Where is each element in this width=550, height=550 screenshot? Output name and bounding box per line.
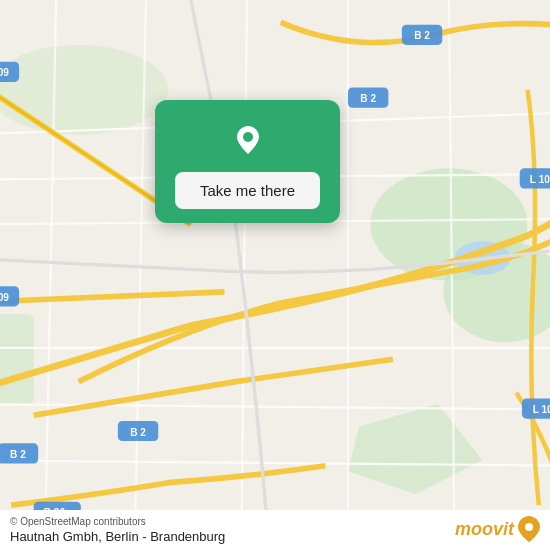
svg-line-19 [0,292,224,303]
svg-text:L 105: L 105 [533,404,550,415]
moovit-brand-text: moovit [455,519,514,540]
take-me-there-button[interactable]: Take me there [175,172,320,209]
svg-point-40 [525,523,533,531]
map-roads: B 109 B 109 B 2 B 2 B 2 B 2 B 96a L 1006… [0,0,550,550]
svg-text:B 2: B 2 [10,449,26,460]
svg-text:L 1006: L 1006 [530,174,550,185]
moovit-pin-icon [518,516,540,542]
svg-rect-3 [0,314,34,404]
moovit-logo: moovit [455,516,540,542]
svg-text:B 2: B 2 [130,427,146,438]
map-container: B 109 B 109 B 2 B 2 B 2 B 2 B 96a L 1006… [0,0,550,550]
svg-text:B 109: B 109 [0,67,9,78]
svg-text:B 2: B 2 [414,30,430,41]
svg-text:B 2: B 2 [360,93,376,104]
location-pin-icon [226,118,270,162]
popup-card: Take me there [155,100,340,223]
svg-point-39 [243,132,253,142]
svg-text:B 109: B 109 [0,292,9,303]
svg-marker-2 [348,404,483,494]
